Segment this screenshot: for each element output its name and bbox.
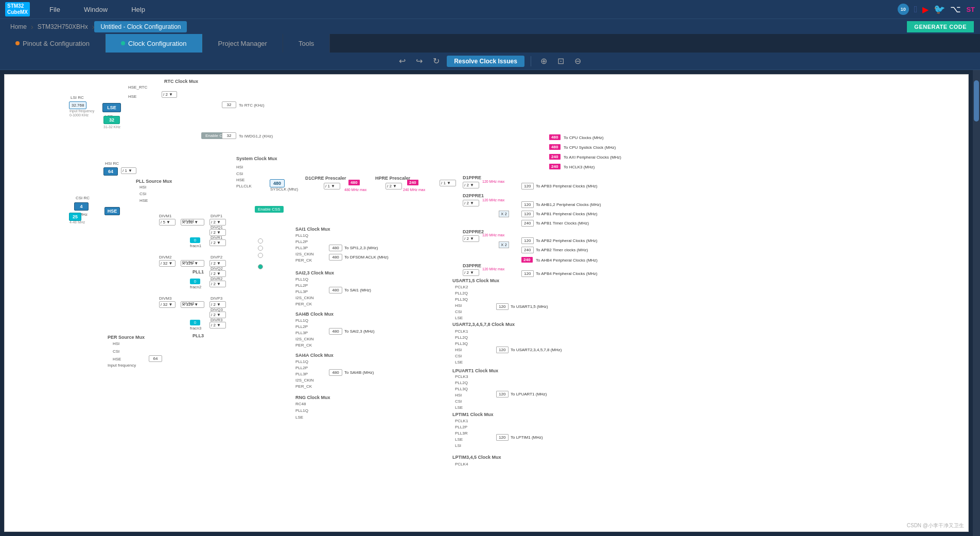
sai4a-pll3p: PLL3P — [295, 372, 308, 376]
diagram-canvas: RTC Clock Mux HSE_RTC HSE LSE LSE LSI LS… — [5, 75, 968, 531]
mux-sel-hse[interactable] — [258, 253, 263, 258]
d1ppre-max: 120 MHz max — [482, 180, 504, 183]
pll1-divr-select[interactable]: / 2 ▼ — [209, 239, 226, 246]
tab-tools[interactable]: Tools — [283, 34, 330, 53]
sai23-out[interactable]: 480 — [329, 287, 342, 293]
usart2-to-label: To USART2,3,4,5,7,8 (MHz) — [511, 348, 562, 352]
fit-button[interactable]: ⊡ — [554, 55, 567, 67]
pll-hse-label: HSE — [139, 198, 148, 203]
window-menu[interactable]: Window — [80, 4, 112, 15]
d2ppre1-select[interactable]: / 2 ▼ — [463, 200, 479, 206]
breadcrumb-device[interactable]: STM32H750XBHx — [33, 23, 92, 30]
sai4a-out[interactable]: 480 — [329, 369, 342, 376]
redo-button[interactable]: ↪ — [413, 55, 426, 67]
tab-pinout[interactable]: Pinout & Configuration — [0, 34, 106, 53]
lptim1-pclk1: PCLK1 — [455, 419, 468, 423]
breadcrumb-config[interactable]: Untitled - Clock Configuration — [94, 21, 187, 32]
d1cpre-label: D1CPRE Prescaler — [305, 176, 346, 181]
per-hse: HSE — [113, 357, 121, 361]
lptim1-mux-label: LPTIM1 Clock Mux — [452, 412, 494, 417]
resolve-clock-issues-button[interactable]: Resolve Clock Issues — [447, 56, 524, 67]
github-icon[interactable]: ⌥ — [950, 4, 961, 15]
pll3-divm-select[interactable]: / 32 ▼ — [159, 301, 176, 308]
iwdg-freq-input[interactable]: 32 — [222, 132, 236, 139]
lptim1-to-label: To LPTIM1 (MHz) — [511, 435, 543, 440]
lpuart1-out: 120 — [496, 391, 509, 397]
frac1-input[interactable]: 0 — [190, 237, 200, 243]
apb2t-label: To APB2 Timer clocks (MHz) — [536, 248, 588, 252]
sai4b-out[interactable]: 480 — [329, 328, 342, 335]
hpre-select[interactable]: / 2 ▼ — [386, 183, 402, 189]
frac3-label: fracn3 — [190, 326, 201, 331]
sai4a-pll1q: PLL1Q — [295, 359, 308, 364]
pll-source-mux-label: PLL Source Mux — [136, 179, 172, 184]
pll3-divr-select[interactable]: / 2 ▼ — [209, 322, 226, 328]
hse-input-box[interactable]: 25 — [69, 213, 81, 221]
sysclk-box[interactable]: 480 — [270, 179, 285, 187]
rng-mux-label: RNG Clock Mux — [295, 395, 330, 400]
d2ppre1-label: D2PPRE1 — [463, 193, 484, 198]
tab-project[interactable]: Project Manager — [203, 34, 283, 53]
hclk3-out: 240 — [549, 164, 561, 169]
enable-css-button[interactable]: Enable CSS — [255, 206, 284, 213]
breadcrumb-home[interactable]: Home — [6, 23, 31, 30]
clock-diagram[interactable]: RTC Clock Mux HSE_RTC HSE LSE LSE LSI LS… — [4, 74, 969, 532]
apb1-out: 120 — [521, 211, 534, 217]
lse-freq-box[interactable]: 32.768 — [69, 101, 86, 109]
sai4a-label: To SAI4B (MHz) — [344, 370, 374, 375]
tab-clock[interactable]: Clock Configuration — [106, 34, 202, 53]
d3ppre-select[interactable]: / 2 ▼ — [463, 269, 479, 276]
refresh-button[interactable]: ↻ — [430, 55, 443, 67]
frac2-input[interactable]: 0 — [190, 279, 200, 284]
hclk3-label: To HCLK3 (MHz) — [564, 165, 594, 169]
facebook-icon[interactable]:  — [914, 4, 918, 15]
per-hsi: HSI — [113, 341, 119, 346]
pll2-divr-select[interactable]: / 2 ▼ — [209, 281, 226, 287]
d2ppre2-label: D2PPRE2 — [463, 229, 484, 234]
twitter-icon[interactable]: 🐦 — [934, 4, 945, 15]
divq1-label: DIVQ1 — [211, 225, 223, 230]
sai4a-pll2p: PLL2P — [295, 366, 308, 370]
sai4b-perck: PER_CK — [295, 343, 312, 348]
generate-code-button[interactable]: GENERATE CODE — [907, 21, 974, 32]
help-menu[interactable]: Help — [127, 4, 149, 15]
mux-sel-csi[interactable] — [258, 246, 263, 251]
sai1-dfsmd-out[interactable]: 480 — [329, 254, 342, 261]
usart15-to-label: To USART1,5 (MHz) — [511, 304, 548, 309]
lptim1-lse: LSE — [455, 437, 463, 442]
frac3-input[interactable]: 0 — [190, 320, 200, 325]
st-icon[interactable]: ST — [966, 6, 975, 13]
d1ppre-select[interactable]: / 2 ▼ — [463, 182, 479, 188]
zoom-in-button[interactable]: ⊕ — [537, 55, 550, 67]
hse-rtc-div-select[interactable]: / 2 ▼ — [162, 91, 177, 98]
sai4b-mux-label: SAI4B Clock Mux — [295, 312, 334, 317]
zoom-out-button[interactable]: ⊖ — [571, 55, 584, 67]
undo-button[interactable]: ↩ — [396, 55, 409, 67]
lpuart1-pclk3: PCLK3 — [455, 374, 468, 379]
divq2-label: DIVQ2 — [211, 266, 223, 271]
ahb4-out: 240 — [521, 257, 533, 263]
hpre-max-label: 240 MHz max — [403, 188, 425, 192]
sai23-i2sckin: I2S_CKIN — [295, 296, 314, 300]
sai1-out[interactable]: 480 — [329, 245, 342, 251]
rng-rc48: RC48 — [295, 402, 306, 406]
pll2-divm-select[interactable]: / 32 ▼ — [159, 260, 176, 267]
per-out[interactable]: 64 — [149, 355, 162, 362]
rtc-freq-input[interactable]: 32 — [222, 101, 236, 108]
mux-sel-pllclk[interactable] — [258, 264, 263, 269]
d1cpre-select[interactable]: / 1 ▼ — [324, 183, 340, 189]
scrollbar[interactable] — [973, 70, 980, 536]
mux-sel-hsi[interactable] — [258, 238, 263, 244]
sai4a-perck: PER_CK — [295, 384, 312, 389]
ahb4-label: To AHB4 Peripheral Clocks (MHz) — [536, 258, 598, 263]
d2ppre2-select[interactable]: / 2 ▼ — [463, 235, 479, 242]
hsi-div-select[interactable]: / 1 ▼ — [121, 167, 136, 174]
lpuart1-mux-label: LPUART1 Clock Mux — [452, 368, 498, 373]
hsi-mux-label: HSI — [236, 165, 243, 169]
cpu-div-select[interactable]: / 1 ▼ — [440, 180, 456, 186]
youtube-icon[interactable]: ▶ — [922, 5, 929, 14]
file-menu[interactable]: File — [45, 4, 64, 15]
scrollbar-thumb[interactable] — [974, 80, 979, 122]
pll1-divm-select[interactable]: / 5 ▼ — [159, 219, 176, 226]
hpre-label: HPRE Prescaler — [375, 176, 410, 181]
